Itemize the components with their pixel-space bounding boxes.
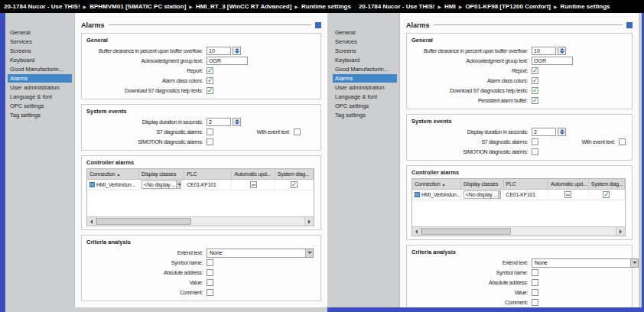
plc-cell[interactable]: CE01-KF101	[184, 180, 232, 190]
connection-cell[interactable]: HMI_Verbindun...	[87, 180, 139, 190]
with-event-text-checkbox[interactable]	[294, 128, 301, 135]
extend-text-dropdown[interactable]: None	[532, 258, 639, 268]
spinner-up-icon[interactable]	[560, 48, 564, 50]
column-header-display-classes[interactable]: Display classes	[139, 169, 184, 179]
breadcrumb-segment[interactable]: HMI_RT_3 [WinCC RT Advanced]	[196, 3, 291, 10]
sidebar-item-language-font[interactable]: Language & font	[333, 93, 397, 101]
horizontal-scrollbar[interactable]	[412, 226, 625, 236]
display-classes-dropdown[interactable]: <No display ...	[463, 190, 501, 199]
sidebar-item-alarms[interactable]: Alarms	[8, 74, 72, 83]
scroll-right-button[interactable]	[616, 227, 625, 236]
breadcrumb-segment[interactable]: BPHMVM01 [SIMATIC PC station]	[89, 3, 186, 10]
spinner-up-icon[interactable]	[235, 119, 239, 122]
dropdown-button[interactable]	[176, 181, 182, 188]
column-header-plc[interactable]: PLC	[184, 169, 232, 179]
with-event-text-checkbox[interactable]	[619, 138, 626, 145]
absolute-address-checkbox[interactable]	[207, 269, 213, 276]
comment-checkbox[interactable]	[207, 289, 213, 296]
spinner-up-icon[interactable]	[235, 48, 239, 50]
scrollbar-thumb[interactable]	[96, 218, 191, 225]
sidebar-item-services[interactable]: Services	[333, 37, 397, 46]
system-diagnostics-checkbox[interactable]	[291, 181, 298, 188]
table-row[interactable]: HMI_Verbindun... <No display ... CE01-KF…	[87, 180, 314, 190]
sidebar-item-tag-settings[interactable]: Tag settings	[8, 111, 72, 119]
spinner-buttons[interactable]	[233, 47, 241, 55]
breadcrumb-segment[interactable]: Runtime settings	[561, 3, 610, 10]
ack-group-text-input[interactable]	[532, 57, 573, 65]
sidebar-item-opc-settings[interactable]: OPC settings	[333, 102, 397, 110]
dropdown-button[interactable]	[630, 259, 638, 267]
plc-cell[interactable]: CE01-KF101	[504, 190, 548, 200]
breadcrumb-segment[interactable]: 20-1784 Nucor - Use THIS!	[4, 3, 80, 10]
ack-group-text-input[interactable]	[207, 57, 248, 65]
column-header-automatic-update[interactable]: Automatic upd...	[232, 169, 275, 179]
sidebar-item-user-administration[interactable]: User administration	[8, 83, 72, 92]
column-header-connection[interactable]: Connection▲	[87, 169, 139, 179]
breadcrumb-segment[interactable]: OP01-KF98 [TP1200 Comfort]	[465, 3, 551, 10]
column-header-automatic-update[interactable]: Automatic upd...	[548, 179, 589, 189]
buffer-clearance-input[interactable]	[207, 47, 231, 55]
simotion-diagnostic-alarms-checkbox[interactable]	[532, 148, 538, 155]
comment-checkbox[interactable]	[532, 299, 538, 306]
display-duration-input[interactable]	[207, 118, 231, 126]
scroll-left-button[interactable]	[87, 217, 96, 226]
float-panel-icon[interactable]	[626, 22, 633, 28]
alarm-class-colors-checkbox[interactable]	[207, 77, 213, 84]
connection-cell[interactable]: HMI_Verbindun...	[412, 190, 461, 200]
sidebar-item-general[interactable]: General	[8, 28, 72, 37]
scroll-right-button[interactable]	[304, 217, 314, 226]
sidebar-item-services[interactable]: Services	[8, 37, 72, 46]
display-classes-dropdown[interactable]: <No display ...	[141, 180, 181, 189]
sidebar-item-language-font[interactable]: Language & font	[8, 93, 72, 101]
symbol-name-checkbox[interactable]	[532, 269, 538, 276]
spinner-buttons[interactable]	[558, 128, 566, 136]
sidebar-item-keyboard[interactable]: Keyboard	[8, 56, 72, 64]
buffer-clearance-input[interactable]	[532, 47, 556, 55]
alarm-class-colors-checkbox[interactable]	[532, 77, 538, 84]
report-checkbox[interactable]	[207, 67, 213, 74]
absolute-address-checkbox[interactable]	[532, 279, 538, 286]
sidebar-item-general[interactable]: General	[333, 28, 397, 37]
sidebar-item-opc-settings[interactable]: OPC settings	[8, 102, 72, 110]
display-duration-input[interactable]	[532, 128, 556, 136]
sidebar-item-tag-settings[interactable]: Tag settings	[333, 111, 397, 119]
s7-diagnostic-alarms-checkbox[interactable]	[532, 138, 538, 145]
persistent-alarm-buffer-checkbox[interactable]	[532, 97, 538, 104]
download-s7-help-checkbox[interactable]	[532, 87, 538, 94]
symbol-name-checkbox[interactable]	[207, 259, 213, 266]
automatic-update-checkbox[interactable]	[564, 191, 571, 198]
column-header-system-diagnostics[interactable]: System diag...	[589, 179, 625, 189]
sidebar-item-keyboard[interactable]: Keyboard	[333, 56, 397, 64]
spinner-buttons[interactable]	[558, 47, 566, 55]
table-row[interactable]: HMI_Verbindun... <No display ... CE01-KF…	[412, 190, 625, 200]
value-checkbox[interactable]	[532, 289, 538, 296]
sidebar-item-screens[interactable]: Screens	[8, 47, 72, 55]
sidebar-item-screens[interactable]: Screens	[333, 47, 397, 55]
horizontal-scrollbar[interactable]	[87, 216, 314, 226]
system-diagnostics-checkbox[interactable]	[603, 191, 610, 198]
column-header-plc[interactable]: PLC	[504, 179, 548, 189]
breadcrumb-segment[interactable]: HMI	[444, 3, 456, 10]
spinner-down-icon[interactable]	[235, 122, 239, 125]
spinner-up-icon[interactable]	[560, 129, 564, 132]
sidebar-item-good-manufacturing[interactable]: Good Manufacturin...	[333, 65, 397, 73]
download-s7-help-checkbox[interactable]	[207, 87, 213, 94]
breadcrumb-segment[interactable]: 20-1784 Nucor - Use THIS!	[359, 3, 435, 10]
s7-diagnostic-alarms-checkbox[interactable]	[207, 128, 213, 135]
report-checkbox[interactable]	[532, 67, 538, 74]
simotion-diagnostic-alarms-checkbox[interactable]	[207, 138, 213, 145]
scroll-left-button[interactable]	[412, 227, 421, 236]
scrollbar-thumb[interactable]	[421, 228, 511, 235]
column-header-display-classes[interactable]: Display classes	[461, 179, 504, 189]
automatic-update-checkbox[interactable]	[250, 181, 257, 188]
float-panel-icon[interactable]	[315, 22, 321, 28]
spinner-buttons[interactable]	[233, 118, 241, 126]
sidebar-item-alarms[interactable]: Alarms	[333, 74, 397, 83]
extend-text-dropdown[interactable]: None	[207, 249, 314, 258]
dropdown-button[interactable]	[305, 249, 313, 257]
sidebar-item-user-administration[interactable]: User administration	[333, 83, 397, 92]
dropdown-button[interactable]	[498, 191, 501, 198]
spinner-down-icon[interactable]	[560, 51, 564, 54]
value-checkbox[interactable]	[207, 279, 213, 286]
spinner-down-icon[interactable]	[560, 132, 564, 135]
